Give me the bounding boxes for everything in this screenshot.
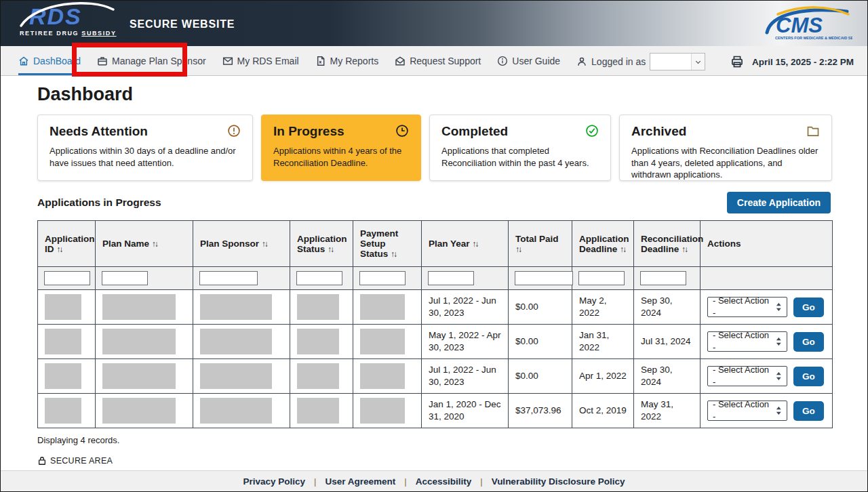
filter-application-status-input[interactable] (296, 271, 342, 285)
sort-icon: ↑↓ (682, 245, 687, 254)
redacted-payment-setup-status (360, 398, 405, 424)
nav-item-label: User Guide (512, 56, 560, 66)
reconciliation-deadline-cell: May 31, 2022 (634, 394, 701, 428)
rds-logo[interactable]: RDS RETIREE DRUG SUBSIDY (20, 3, 121, 37)
nav-item-dashboard[interactable]: DashBoard (18, 46, 81, 75)
footer-link-vulnerability-disclosure-policy[interactable]: Vulnerability Disclosure Policy (492, 476, 625, 487)
table-header-row: Application ID ↑↓ Plan Name ↑↓ Plan Spon… (38, 221, 833, 267)
file-icon (315, 56, 326, 66)
column-header-application-id[interactable]: Application ID ↑↓ (38, 221, 96, 267)
chevron-down-icon (694, 58, 702, 66)
filter-total-paid-input[interactable] (515, 271, 573, 285)
column-header-plan-year[interactable]: Plan Year ↑↓ (422, 221, 509, 267)
plan-year-cell: Jul 1, 2022 - Jun 30, 2023 (422, 290, 509, 325)
lock-icon (37, 456, 47, 466)
logged-in-user-value (650, 54, 691, 70)
total-paid-cell: $0.00 (509, 290, 572, 325)
records-summary: Displaying 4 records. (37, 435, 831, 445)
sort-icon: ↑↓ (472, 239, 477, 249)
plan-year-cell: May 1, 2022 - Apr 30, 2023 (422, 325, 509, 359)
column-header-reconciliation-deadline[interactable]: Reconciliation Deadline ↑↓ (634, 221, 701, 267)
nav-item-label: Manage Plan Sponsor (112, 56, 206, 66)
filter-plan-name-input[interactable] (102, 271, 148, 285)
select-action-dropdown[interactable]: - Select Action - (707, 331, 787, 352)
footer-link-user-agreement[interactable]: User Agreement (326, 476, 396, 487)
status-cards: Needs Attention Applications within 30 d… (37, 115, 831, 181)
footer-link-privacy-policy[interactable]: Privacy Policy (243, 476, 306, 487)
main-content: Dashboard Needs Attention Applications w… (1, 76, 867, 466)
applications-table: Application ID ↑↓ Plan Name ↑↓ Plan Spon… (37, 220, 833, 428)
total-paid-cell: $0.00 (509, 359, 572, 394)
go-button[interactable]: Go (793, 401, 824, 421)
nav-item-my-reports[interactable]: My Reports (315, 46, 379, 75)
briefcase-icon (97, 56, 108, 66)
filter-payment-setup-status-input[interactable] (359, 271, 406, 285)
filter-plan-sponsor-input[interactable] (199, 271, 258, 285)
redacted-application-id (45, 398, 81, 424)
nav-item-user-guide[interactable]: User Guide (497, 46, 560, 75)
card-description: Applications within 30 days of a deadlin… (50, 145, 241, 169)
nav-item-request-support[interactable]: Request Support (395, 46, 481, 75)
footer-separator: | (404, 476, 406, 487)
redacted-plan-sponsor (200, 398, 272, 424)
home-icon (18, 56, 29, 66)
card-title: In Progress (273, 124, 344, 139)
select-action-dropdown[interactable]: - Select Action - (707, 366, 787, 386)
sort-icon: ↑↓ (56, 245, 62, 254)
total-paid-cell: $0.00 (509, 325, 572, 359)
select-action-dropdown[interactable]: - Select Action - (707, 401, 787, 421)
table-row: Jan 1, 2020 - Dec 31, 2020 $37,073.96 Oc… (38, 394, 833, 428)
select-action-dropdown[interactable]: - Select Action - (707, 297, 787, 317)
card-in-progress[interactable]: In Progress Applications within 4 years … (261, 115, 421, 181)
card-description: Applications within 4 years of the Recon… (273, 145, 409, 169)
go-button[interactable]: Go (793, 367, 824, 386)
column-header-application-deadline[interactable]: Application Deadline ↑↓ (572, 221, 634, 267)
sort-icon: ↑↓ (515, 245, 521, 254)
sort-icon: ↑↓ (262, 239, 267, 249)
site-header: RDS RETIREE DRUG SUBSIDY SECURE WEBSITE … (1, 1, 867, 46)
card-needs-attention[interactable]: Needs Attention Applications within 30 d… (37, 115, 253, 181)
column-header-application-status[interactable]: Application Status ↑↓ (290, 221, 353, 267)
column-header-total-paid[interactable]: Total Paid ↑↓ (509, 221, 572, 267)
card-completed[interactable]: Completed Applications that completed Re… (429, 115, 611, 181)
support-envelope-icon (395, 56, 406, 66)
redacted-application-status (297, 294, 339, 320)
filter-application-id-input[interactable] (44, 271, 90, 285)
redacted-plan-name (102, 294, 176, 320)
info-icon (497, 56, 508, 66)
folder-icon (806, 124, 820, 138)
user-icon (576, 56, 587, 67)
nav-item-label: My RDS Email (237, 56, 299, 66)
sort-icon: ↑↓ (152, 239, 157, 249)
secure-website-label: SECURE WEBSITE (130, 18, 235, 30)
printer-icon[interactable] (730, 55, 744, 68)
nav-item-my-rds-email[interactable]: My RDS Email (222, 46, 299, 75)
card-description: Applications that completed Reconciliati… (441, 145, 599, 169)
go-button[interactable]: Go (793, 332, 824, 352)
go-button[interactable]: Go (793, 298, 824, 317)
page-title: Dashboard (37, 84, 831, 105)
logged-in-label: Logged in as (591, 56, 646, 67)
filter-reconciliation-deadline-input[interactable] (640, 271, 686, 285)
reconciliation-deadline-cell: Sep 30, 2024 (634, 359, 701, 394)
nav-item-label: Request Support (410, 56, 481, 66)
envelope-icon (222, 56, 233, 66)
filter-plan-year-input[interactable] (428, 271, 474, 285)
footer-separator: | (480, 476, 482, 487)
column-header-plan-sponsor[interactable]: Plan Sponsor ↑↓ (193, 221, 290, 267)
logged-in-user-select[interactable] (650, 53, 705, 70)
footer-link-accessibility[interactable]: Accessibility (416, 476, 472, 487)
redacted-application-id (45, 363, 81, 389)
column-header-payment-setup-status[interactable]: Payment Setup Status ↑↓ (353, 221, 422, 267)
cms-logo-subtitle: CENTERS FOR MEDICARE & MEDICAID SERVICES (775, 36, 852, 40)
logged-in-group: Logged in as (576, 46, 705, 75)
filter-application-deadline-input[interactable] (578, 271, 625, 285)
nav-item-manage-plan-sponsor[interactable]: Manage Plan Sponsor (97, 46, 206, 75)
column-header-plan-name[interactable]: Plan Name ↑↓ (96, 221, 193, 267)
redacted-payment-setup-status (360, 329, 405, 354)
secure-area-indicator: SECURE AREA (37, 456, 831, 466)
card-archived[interactable]: Archived Applications with Reconciliatio… (619, 115, 832, 181)
create-application-button[interactable]: Create Application (727, 192, 831, 213)
reconciliation-deadline-cell: Sep 30, 2024 (634, 290, 701, 325)
redacted-payment-setup-status (360, 363, 405, 389)
